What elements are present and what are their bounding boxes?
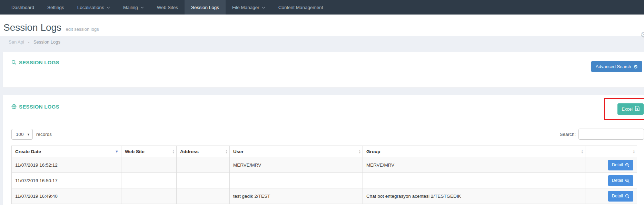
nav-item-label: File Manager bbox=[232, 5, 259, 10]
breadcrumb: San Api • Session Logs bbox=[0, 36, 644, 48]
sort-both-icon: ▴▾ bbox=[581, 149, 583, 153]
search-icon bbox=[11, 60, 17, 65]
table-controls: 100 ▼ records Search: bbox=[11, 129, 637, 140]
sort-desc-icon: ▼ bbox=[115, 149, 119, 153]
cell-address bbox=[177, 173, 230, 188]
detail-button[interactable]: Detail bbox=[608, 160, 633, 170]
nav-item-web-sites[interactable]: Web Sites bbox=[150, 0, 185, 15]
table-header-row: Create Date ▼ Web Site ▴▾ Address ▴▾ Use… bbox=[12, 146, 637, 157]
advanced-search-label: Advanced Search bbox=[596, 64, 631, 69]
detail-button[interactable]: Detail bbox=[608, 175, 633, 186]
column-header-address[interactable]: Address ▴▾ bbox=[177, 146, 230, 157]
table-row: 11/07/2019 16:49:40 test gedik 2/TEST Ch… bbox=[12, 188, 637, 204]
page-title: Session Logs bbox=[3, 22, 61, 33]
nav-item-settings[interactable]: Settings bbox=[41, 0, 71, 15]
globe-icon bbox=[11, 104, 17, 109]
magnifier-zoom-icon bbox=[625, 178, 630, 183]
search-input[interactable] bbox=[578, 129, 644, 140]
breadcrumb-current: Session Logs bbox=[33, 39, 60, 45]
sort-both-icon: ▴▾ bbox=[226, 149, 227, 153]
column-header-create-date[interactable]: Create Date ▼ bbox=[12, 146, 121, 157]
cell-address bbox=[177, 188, 230, 204]
page-size-select[interactable]: 100 bbox=[11, 129, 33, 140]
advanced-search-button[interactable]: Advanced Search ⚙ bbox=[591, 61, 642, 72]
table-row: 11/07/2019 16:52:12 MERVE/MRV MERVE/MRV … bbox=[12, 157, 637, 173]
nav-item-label: Web Sites bbox=[157, 5, 178, 10]
sort-both-icon: ▴▾ bbox=[172, 149, 174, 153]
page-subtitle: edit session logs bbox=[66, 27, 99, 32]
cell-address bbox=[177, 157, 230, 173]
top-navbar: Dashboard Settings Localisations Mailing… bbox=[0, 0, 644, 15]
table-row: 11/07/2019 16:50:17 Detail bbox=[12, 173, 637, 188]
chevron-down-icon bbox=[140, 7, 144, 9]
sort-both-icon: ▴▾ bbox=[633, 149, 635, 153]
cell-actions: Detail bbox=[585, 157, 637, 173]
gear-icon: ⚙ bbox=[633, 64, 638, 69]
excel-export-button[interactable]: Excel x bbox=[617, 103, 644, 115]
search-panel-title: SESSION LOGS bbox=[11, 59, 644, 65]
cell-create-date: 11/07/2019 16:52:12 bbox=[12, 157, 121, 173]
page-header: Session Logs edit session logs ⚙ bbox=[0, 15, 644, 36]
cell-create-date: 11/07/2019 16:50:17 bbox=[12, 173, 121, 188]
session-logs-table: Create Date ▼ Web Site ▴▾ Address ▴▾ Use… bbox=[11, 146, 637, 204]
gear-icon[interactable]: ⚙ bbox=[640, 30, 644, 39]
breadcrumb-separator: • bbox=[28, 40, 29, 44]
nav-item-label: Dashboard bbox=[11, 5, 34, 10]
column-header-user[interactable]: User ▴▾ bbox=[230, 146, 363, 157]
cell-user bbox=[230, 173, 363, 188]
logs-panel-title: SESSION LOGS bbox=[11, 104, 637, 110]
cell-web-site bbox=[121, 188, 177, 204]
detail-button[interactable]: Detail bbox=[608, 191, 633, 202]
cell-user: test gedik 2/TEST bbox=[230, 188, 363, 204]
nav-item-mailing[interactable]: Mailing bbox=[117, 0, 150, 15]
cell-group: MERVE/MRV bbox=[363, 157, 585, 173]
logs-panel-title-text: SESSION LOGS bbox=[19, 104, 59, 110]
search-panel-title-text: SESSION LOGS bbox=[19, 59, 59, 65]
nav-item-localisations[interactable]: Localisations bbox=[71, 0, 117, 15]
nav-item-label: Mailing bbox=[123, 5, 138, 10]
search-label: Search: bbox=[559, 132, 576, 137]
column-header-group[interactable]: Group ▴▾ bbox=[363, 146, 585, 157]
column-header-web-site[interactable]: Web Site ▴▾ bbox=[121, 146, 177, 157]
breadcrumb-root-link[interactable]: San Api bbox=[9, 39, 24, 45]
nav-item-session-logs[interactable]: Session Logs bbox=[185, 0, 226, 15]
sort-both-icon: ▴▾ bbox=[359, 149, 360, 153]
cell-create-date: 11/07/2019 16:49:40 bbox=[12, 188, 121, 204]
logs-panel: SESSION LOGS Excel x 100 ▼ records Searc… bbox=[3, 95, 644, 205]
excel-button-label: Excel bbox=[622, 106, 633, 112]
cell-web-site bbox=[121, 157, 177, 173]
excel-file-icon: x bbox=[635, 106, 640, 112]
chevron-down-icon bbox=[107, 7, 110, 9]
nav-item-label: Session Logs bbox=[191, 5, 219, 10]
cell-actions: Detail bbox=[585, 173, 637, 188]
session-logs-page: { "navbar": { "items": [ { "label": "Das… bbox=[0, 0, 644, 205]
red-highlight-annotation: Excel x bbox=[604, 98, 644, 120]
nav-item-label: Localisations bbox=[77, 5, 104, 10]
search-panel: SESSION LOGS Advanced Search ⚙ bbox=[3, 52, 644, 87]
cell-group bbox=[363, 173, 585, 188]
nav-item-label: Settings bbox=[47, 5, 64, 10]
records-label: records bbox=[36, 132, 52, 137]
cell-actions: Detail bbox=[585, 188, 637, 204]
cell-user: MERVE/MRV bbox=[230, 157, 363, 173]
svg-text:x: x bbox=[636, 108, 638, 111]
cell-group: Chat bot entegrasyon acentesi 2/TESTGEDI… bbox=[363, 188, 585, 204]
page-size-select-wrap: 100 ▼ bbox=[11, 129, 33, 140]
nav-item-content-management[interactable]: Content Management bbox=[272, 0, 330, 15]
chevron-down-icon bbox=[262, 7, 265, 9]
column-header-actions[interactable]: ▴▾ bbox=[585, 146, 637, 157]
cell-web-site bbox=[121, 173, 177, 188]
nav-item-file-manager[interactable]: File Manager bbox=[226, 0, 272, 15]
nav-item-dashboard[interactable]: Dashboard bbox=[5, 0, 41, 15]
nav-item-label: Content Management bbox=[278, 5, 323, 10]
magnifier-zoom-icon bbox=[625, 163, 630, 167]
magnifier-zoom-icon bbox=[625, 194, 630, 198]
